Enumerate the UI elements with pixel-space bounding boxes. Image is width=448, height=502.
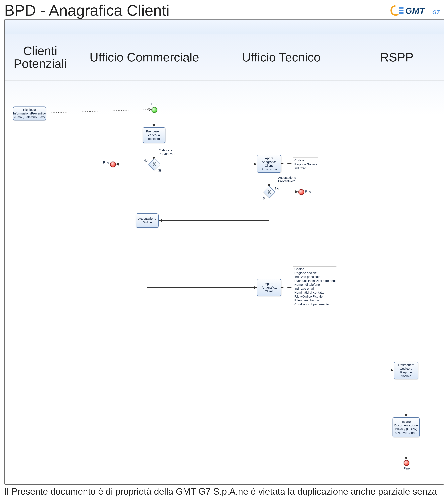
do1-line0: Codice (294, 158, 317, 162)
end-event-final (404, 460, 409, 466)
gateway1-no: No (144, 159, 147, 162)
svg-rect-2 (399, 12, 403, 14)
gateway2-si: Si (263, 197, 266, 200)
do2-line1: Ragione sociale (294, 271, 336, 275)
do1-line1: Ragione Sociale (294, 162, 317, 166)
do2-line2: Indirizzo principale (294, 275, 336, 279)
task-accettazione-ordine: Accettazione Ordine (136, 213, 159, 228)
lane-header-rspp: RSPP (350, 34, 444, 81)
do1-line2: Indirizzo (294, 166, 317, 170)
svg-rect-0 (399, 7, 403, 9)
gateway1-si: Si (158, 169, 161, 172)
task-trasmettere-codice: Trasmettere Codice e Ragione Sociale (394, 362, 418, 379)
company-logo: GMT G7 (389, 4, 441, 17)
gateway-accettazione-preventivo: X (263, 186, 275, 198)
page-title: BPD - Anagrafica Clienti (4, 1, 170, 19)
lane-header-tecnico: Ufficio Tecnico (213, 34, 350, 81)
task-inviare-gdpr: Inviare Documentazione Privacy (GDPR) a … (393, 417, 420, 437)
data-object-provvisoria: Codice Ragione Sociale Indirizzo (293, 157, 318, 171)
lane-rspp: RSPP Trasmettere Codice e Ragione Social… (350, 34, 444, 484)
data-object-clienti: Codice Ragione sociale Indirizzo princip… (293, 266, 336, 307)
logo-text: GMT (405, 6, 426, 16)
logo-sub: G7 (432, 9, 440, 16)
do2-line8: Riferimenti bancari (294, 298, 336, 302)
start-event (151, 107, 157, 113)
end2-label: Fine (305, 190, 311, 193)
svg-rect-1 (399, 10, 403, 11)
do2-line6: Nominativi di contatto (294, 291, 336, 295)
footer-copyright: Il Presente documento è di proprietà del… (4, 486, 444, 497)
lane-header-commerciale: Ufficio Commerciale (76, 34, 213, 81)
task-prendere-carico: Prendere in carico la richiesta (143, 127, 165, 143)
bpmn-pool: Clienti Potenziali Richiesta Informazion… (4, 19, 444, 485)
task-richiesta-info: Richiesta Informazioni/Preventivo (Email… (13, 107, 46, 121)
lane-ufficio-tecnico: Ufficio Tecnico Aprire Anagrafica Client… (213, 34, 350, 484)
lane-clienti-potenziali: Clienti Potenziali Richiesta Informazion… (5, 34, 76, 484)
do2-line4: Numeri di telefono (294, 283, 336, 287)
lane-header-clienti: Clienti Potenziali (5, 34, 76, 81)
do2-line7: P.Iva/Codice Fiscale (294, 295, 336, 298)
do2-line9: Condizioni di pagamento (294, 302, 336, 306)
pool-titlebar (5, 19, 444, 34)
do2-line0: Codice (294, 267, 336, 271)
end-event-no-accettazione (298, 189, 304, 195)
gateway2-no: No (275, 187, 279, 190)
task-aprire-anagrafica-clienti: Aprire Anagrafica Clienti (257, 279, 281, 296)
gateway2-label: Accettazione Preventivo? (278, 176, 300, 183)
do2-line3: Eventuali indirizzi di altre sedi (294, 279, 336, 283)
end1-label: Fine (103, 161, 109, 164)
lane-ufficio-commerciale: Ufficio Commerciale Inizio Prendere in c… (76, 34, 213, 484)
end3-label: Fine (404, 467, 410, 470)
task-aprire-anagrafica-provvisoria: Aprire Anagrafica Clienti Provvisoria (257, 155, 281, 173)
gateway1-label: Elaborare Preventivo? (159, 149, 177, 156)
start-label: Inizio (151, 103, 158, 106)
end-event-no-preventivo (110, 161, 116, 167)
do2-line5: Indirizzo email (294, 287, 336, 291)
